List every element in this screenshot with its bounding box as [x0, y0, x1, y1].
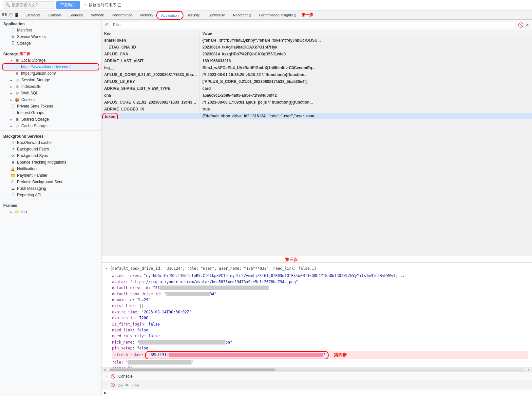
sidebar-aliyundrive[interactable]: ⊞ https://www.aliyundrive.com/: [0, 64, 101, 70]
background-fetch-label: Background Fetch: [17, 147, 49, 151]
row-val: 20230814_kxzqHDo7%2FQoCAXgD56J1wfe8: [200, 51, 532, 57]
interest-groups-label: Interest Groups: [17, 110, 44, 115]
alicdn-label: https://g.alicdn.com/: [21, 71, 56, 76]
row-key: ADRIVE_LOGGED_IN: [102, 106, 200, 112]
horizontal-scrollbar[interactable]: ◂ ▸: [102, 367, 532, 371]
frames-section-label: Frames: [3, 203, 17, 208]
sidebar-manifest[interactable]: 📄 Manifest: [0, 27, 101, 33]
sidebar-cookies[interactable]: ▸ 🍪 Cookies: [0, 96, 101, 103]
payment-handler-icon: 💳: [10, 173, 15, 178]
sidebar-background-sync[interactable]: ⟳ Background Sync: [0, 152, 101, 159]
local-storage-arrow: ▾: [10, 59, 12, 62]
tab-performance[interactable]: Performance: [108, 12, 136, 18]
tab-elements[interactable]: Elements: [22, 12, 45, 18]
table-row[interactable]: APLUS_CORE_0.21.91_20230808171533_19c435…: [102, 99, 532, 106]
sidebar-session-storage[interactable]: ▸ ⊞ Session Storage: [0, 77, 101, 83]
sidebar-periodic-background-sync[interactable]: ⏱ Periodic Background Sync: [0, 179, 101, 185]
sidebar-payment-handler[interactable]: 💳 Payment Handler: [0, 172, 101, 179]
sidebar-interest-groups[interactable]: ⊞ Interest Groups: [0, 109, 101, 116]
sidebar-cache-storage[interactable]: ▸ ⊞ Cache Storage: [0, 123, 101, 129]
back-forward-cache-label: Back/forward cache: [17, 140, 51, 145]
tab-memory[interactable]: Memory: [136, 12, 157, 18]
tab-recorder[interactable]: Recorder ⎙: [229, 12, 255, 18]
tab-security[interactable]: Security: [182, 12, 203, 18]
indexeddb-icon: ⊞: [15, 84, 19, 89]
filter-close-icon[interactable]: ✕: [525, 22, 529, 28]
sidebar-alicdn[interactable]: ⊞ https://g.alicdn.com/: [0, 70, 101, 77]
table-row[interactable]: ADRIVE_LOGGED_IN true: [102, 106, 532, 113]
table-row[interactable]: __ETAG_CNA_ID__ 20230814_tkVgHa9baCICAXk…: [102, 44, 532, 51]
filter-input[interactable]: [110, 22, 516, 28]
scroll-track: [109, 368, 524, 371]
tab-application[interactable]: Application: [157, 11, 183, 19]
field-expire-time: expire_time: "2023-08-14T00:36:02Z": [112, 309, 528, 315]
table-row[interactable]: shareToken {"share_id":"bJYNMLQknby","sh…: [102, 37, 532, 44]
row-val: /*! 2023-08-08 17:09:01 aplus_pc.js */ !…: [200, 99, 532, 106]
field-need-link: need_link: false: [112, 327, 528, 333]
sidebar-background-fetch[interactable]: ↺ Background Fetch: [0, 146, 101, 152]
devtools-inspect-icon[interactable]: ☐: [9, 13, 13, 17]
shared-storage-label: Shared Storage: [21, 117, 49, 122]
tab-lighthouse[interactable]: Lighthouse: [203, 12, 229, 18]
console-input-area[interactable]: [108, 390, 529, 395]
row-val: card: [200, 85, 532, 92]
sidebar-shared-storage[interactable]: ▸ ⊞ Shared Storage: [0, 116, 101, 123]
console-menu-icon[interactable]: ⋮: [104, 374, 108, 379]
console-tools: ⋮ 🚫 top 👁: [102, 381, 532, 389]
row-key: APLUS_LS_KEY: [102, 78, 200, 85]
table-row[interactable]: isg__ BlmJ_wAFCeEL4_UVzBariFlGmLXj1n0lbl…: [102, 65, 532, 71]
tab-console[interactable]: Console: [45, 12, 66, 18]
top-frame-label: top: [21, 209, 27, 214]
console-no-icon[interactable]: 🚫: [111, 374, 116, 379]
tab-network[interactable]: Network: [87, 12, 108, 18]
sidebar-back-forward-cache[interactable]: ⊞ Back/forward cache: [0, 139, 101, 146]
sidebar-notifications[interactable]: 🔔 Notifications: [0, 166, 101, 172]
sidebar-local-storage[interactable]: ▾ ⊞ Local Storage: [0, 57, 101, 64]
cloud-search[interactable]: 🔍 搜索云盘内文件: [3, 1, 55, 9]
sidebar-service-workers[interactable]: ⚙ Service Workers: [0, 33, 101, 40]
field-default-drive-id: default_drive_id: "31███████████████████…: [112, 285, 528, 291]
table-row[interactable]: ADRIVE_SHARE_LIST_VIEW_TYPE card: [102, 85, 532, 92]
sidebar-storage[interactable]: 🗄 Storage: [0, 40, 101, 47]
sidebar-indexeddb[interactable]: ▸ ⊞ IndexedDB: [0, 83, 101, 90]
row-val: 1691966633216: [200, 58, 532, 64]
expand-arrow-icon: ▾: [105, 266, 108, 271]
filter-refresh-icon[interactable]: ↺: [104, 22, 108, 28]
sidebar-push-messaging[interactable]: ☁ Push Messaging: [0, 185, 101, 192]
sidebar-bounce-tracking[interactable]: ⊞ Bounce Tracking Mitigations: [0, 159, 101, 166]
sidebar-reporting-api[interactable]: 📄 Reporting API: [0, 192, 101, 198]
devtools-drag-icon: ⠿⠿: [1, 12, 8, 17]
payment-handler-label: Payment Handler: [17, 173, 48, 178]
filter-clear-icon[interactable]: 🚫: [518, 22, 523, 28]
console-input-row: ▶: [102, 389, 532, 396]
web-sql-arrow: ▸: [10, 91, 12, 95]
table-row[interactable]: APLUS_S_CORE_0.21.91_20230808171533_5ba5…: [102, 71, 532, 78]
step3-text: 第三步: [285, 257, 298, 263]
table-row[interactable]: ADRIVE_LAST_VISIT 1691966633216: [102, 58, 532, 65]
storage-section-label: Storage: [3, 52, 18, 56]
table-row[interactable]: cna a5a6c9c1-2b86-4a05-ab5e-71f984d0bf42: [102, 92, 532, 99]
sidebar-web-sql[interactable]: ▸ ⊞ Web SQL: [0, 90, 101, 96]
console-clear-icon[interactable]: 🚫: [110, 383, 115, 387]
table-row[interactable]: APLUS_CNA 20230814_kxzqHDo7%2FQoCAXgD56J…: [102, 51, 532, 58]
bottom-fields: access_token: "eyJhbGciOiJSUzI1NiIsInR5c…: [105, 273, 528, 367]
session-storage-arrow: ▸: [10, 78, 12, 82]
console-filter-input[interactable]: [131, 383, 529, 387]
row-key: APLUS_S_CORE_0.21.91_20230808171533_5ba5…: [102, 71, 200, 78]
service-workers-label: Service Workers: [17, 34, 46, 39]
step1-label: 第一步: [301, 12, 313, 18]
tab-perf-insights[interactable]: Performance insights ⎙: [255, 12, 300, 18]
tab-sources[interactable]: Sources: [66, 12, 86, 18]
menu-icon: ☰: [118, 3, 121, 8]
console-tools-icon[interactable]: ⋮: [104, 383, 108, 387]
session-storage-label: Session Storage: [21, 78, 50, 82]
sidebar-private-state-tokens[interactable]: 📄 Private State Tokens: [0, 103, 101, 109]
devtools-mobile-icon[interactable]: 📱: [14, 13, 19, 17]
table-row[interactable]: APLUS_LS_KEY ['APLUS_S_CORE_0.21.91_2023…: [102, 78, 532, 85]
sidebar-top-frame[interactable]: ▸ 📁 top: [0, 208, 101, 215]
download-button[interactable]: 下载助手: [56, 1, 80, 9]
console-eye-icon[interactable]: 👁: [125, 383, 129, 387]
push-messaging-label: Push Messaging: [17, 186, 46, 191]
token-row[interactable]: token {"default_sbox_drive_id":"316124",…: [102, 113, 532, 120]
scroll-thumb[interactable]: [109, 368, 275, 371]
